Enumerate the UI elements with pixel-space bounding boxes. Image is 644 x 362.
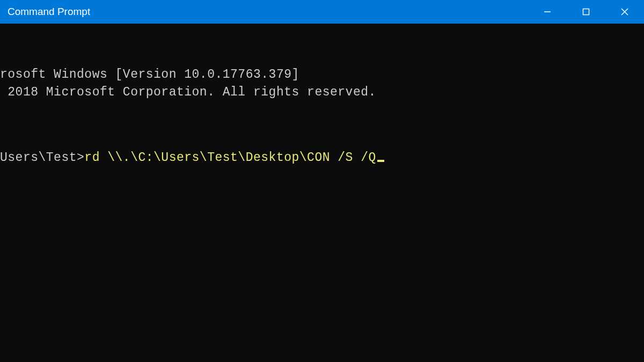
maximize-icon [582,8,590,16]
cursor [377,160,384,162]
command-input[interactable]: rd \\.\C:\Users\Test\Desktop\CON /S /Q [84,151,376,165]
window-title: Command Prompt [8,6,528,18]
close-button[interactable] [605,0,644,24]
close-icon [621,8,628,16]
titlebar[interactable]: Command Prompt [0,0,644,24]
prompt-text: Users\Test> [0,151,84,165]
window-controls [528,0,644,24]
output-line: rosoft Windows [Version 10.0.17763.379] [0,66,644,84]
minimize-button[interactable] [528,0,567,24]
minimize-icon [544,8,551,16]
terminal-area[interactable]: rosoft Windows [Version 10.0.17763.379] … [0,24,644,362]
svg-rect-1 [583,9,589,15]
command-prompt-window: Command Prompt rosoft Windows [Version 1 [0,0,644,362]
prompt-line: Users\Test>rd \\.\C:\Users\Test\Desktop\… [0,149,644,167]
maximize-button[interactable] [567,0,605,24]
output-line: 2018 Microsoft Corporation. All rights r… [0,84,644,101]
